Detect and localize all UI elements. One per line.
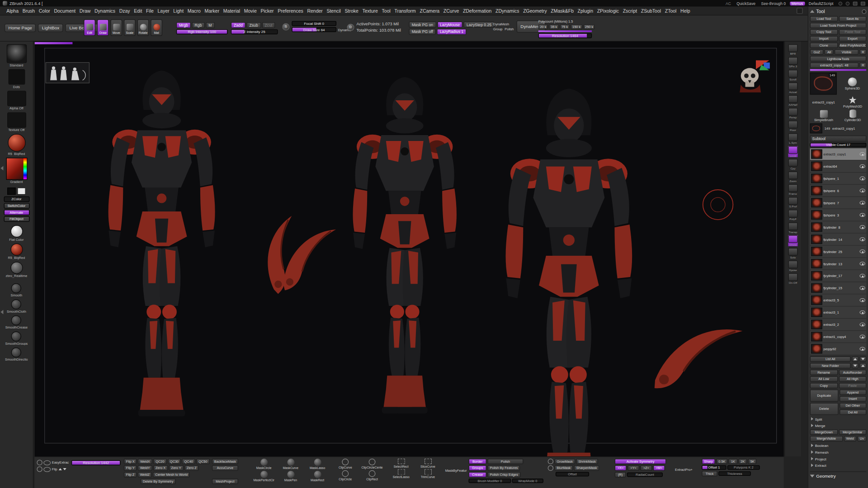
menu-item[interactable]: Zscript: [621, 8, 639, 14]
shelf-toggle[interactable]: Cpy: [788, 159, 798, 169]
border-button[interactable]: Border: [469, 459, 486, 464]
draw-button[interactable]: Draw: [97, 19, 109, 36]
menu-item[interactable]: Render: [305, 8, 325, 14]
active-tool-r-button[interactable]: R: [859, 62, 866, 68]
focal-shift-slider[interactable]: Focal Shift 0: [292, 21, 336, 26]
zsub-button[interactable]: Zsub: [246, 22, 261, 28]
viewport-canvas[interactable]: [35, 42, 784, 456]
tool-sphere3d[interactable]: Sphere3D: [839, 77, 867, 90]
flip-up-icon[interactable]: [58, 468, 61, 470]
resolution-slider[interactable]: Resolution 1464: [538, 33, 592, 38]
symmetry-button[interactable]: Zero Y: [169, 465, 184, 471]
subtool-row[interactable]: extract64: [810, 160, 867, 173]
tool-palette-header[interactable]: Tool: [810, 8, 867, 15]
copy-subtool-button[interactable]: Copy: [810, 383, 838, 388]
axis-toggle-button[interactable]: >Y<: [627, 465, 639, 471]
menu-item[interactable]: ZPixologic: [595, 8, 621, 14]
menu-item[interactable]: Stencil: [325, 8, 343, 14]
polish-button[interactable]: Polish: [487, 459, 523, 464]
mask-brush-button[interactable]: MaskPerfectCir: [251, 471, 277, 482]
resolution-preset-button[interactable]: 250 k: [583, 24, 595, 29]
subtool-visibility-eye-icon[interactable]: [859, 323, 865, 327]
menu-item[interactable]: Stroke: [343, 8, 360, 14]
menu-item[interactable]: ZSubTool: [639, 8, 663, 14]
radial-toggle-button[interactable]: (R): [615, 472, 626, 477]
mergesimilar-button[interactable]: MergeSimilar: [839, 429, 866, 435]
extractpro-label[interactable]: ExtractPro+: [675, 468, 693, 471]
zbro-realtime-material[interactable]: [10, 262, 23, 274]
subtool-row[interactable]: fjcylinder_13: [810, 258, 867, 270]
active-tool-name[interactable]: extract3_copy1. 48: [810, 62, 859, 68]
k-preset-button[interactable]: 5K: [748, 459, 757, 464]
smooth-brush-item[interactable]: Smooth: [11, 283, 23, 300]
shelf-toggle[interactable]: Actual: [788, 82, 798, 93]
menu-item[interactable]: ZMask&Fb: [549, 8, 576, 14]
make-polymesh3d-button[interactable]: Make PolyMesh3D: [839, 42, 866, 48]
subtool-row[interactable]: extract3_1: [810, 306, 867, 319]
groups-button[interactable]: Groups: [469, 465, 486, 471]
clip-brush-button[interactable]: ClipCircle: [332, 470, 358, 481]
close-button[interactable]: [861, 1, 865, 5]
export-button[interactable]: Export: [839, 36, 866, 42]
menu-item[interactable]: ZDynamics: [494, 8, 521, 14]
menu-item[interactable]: Macro: [185, 8, 203, 14]
goz-r-button[interactable]: R: [859, 49, 866, 55]
shelf-toggle[interactable]: PolyF: [788, 210, 798, 221]
material-thumbnail[interactable]: [8, 134, 25, 151]
menu-item[interactable]: ZCamera: [418, 8, 441, 14]
backfacemask-button[interactable]: BackfaceMask: [212, 459, 238, 464]
clip-brush-button[interactable]: ClipCurve: [332, 459, 358, 469]
growmask-button[interactable]: GrowMask: [555, 459, 575, 464]
symmetry-button[interactable]: Flip Y: [124, 465, 137, 471]
save-as-button[interactable]: Save As: [839, 16, 866, 22]
resolution-preset-button[interactable]: 35 k: [549, 24, 559, 29]
subtool-visibility-eye-icon[interactable]: [859, 189, 865, 193]
subtool-visibility-eye-icon[interactable]: [859, 262, 865, 266]
k-preset-button[interactable]: 1K: [729, 459, 737, 464]
subtool-visibility-eye-icon[interactable]: [859, 201, 865, 205]
subtool-row[interactable]: fjshpere_3: [810, 209, 867, 221]
r5-bigred-material[interactable]: [10, 244, 23, 256]
alpha-thumbnail[interactable]: [7, 91, 26, 106]
stroke-ellipse-icon[interactable]: [43, 460, 51, 465]
smooth-brush-item[interactable]: SmoothDirectio: [5, 347, 28, 364]
fillobject-button[interactable]: FillObject: [4, 216, 29, 222]
sharp-button[interactable]: Sharp: [702, 459, 715, 464]
mergevisible-button[interactable]: MergeVisible: [810, 436, 843, 441]
geometry-palette-header[interactable]: Geometry: [810, 471, 867, 479]
mask-brush-button[interactable]: MaskRect: [305, 471, 330, 482]
symmetry-button[interactable]: WeldX: [138, 459, 152, 464]
subtool-visibility-eye-icon[interactable]: [859, 286, 865, 290]
mrgb-button[interactable]: Mrgb: [176, 22, 191, 28]
crease-button[interactable]: Crease: [469, 472, 486, 477]
palette-menu-icon[interactable]: [862, 9, 866, 14]
flip-label[interactable]: Flip: [52, 468, 57, 471]
symmetry-button[interactable]: Zero Z: [184, 465, 199, 471]
lazyradius-slider[interactable]: LazyRadius 1: [437, 29, 467, 35]
lasso-ellipse-icon[interactable]: [43, 467, 51, 472]
menu-item[interactable]: Movie: [242, 8, 259, 14]
shelf-toggle[interactable]: L.Sym: [788, 133, 798, 144]
delete-by-symmetry-button[interactable]: Delete By Symmetry: [141, 479, 175, 484]
menu-item[interactable]: ZTool: [663, 8, 678, 14]
zadd-button[interactable]: Zadd: [231, 22, 245, 28]
menu-item[interactable]: ZCurve: [442, 8, 461, 14]
draw-size-slider[interactable]: Draw Size 64: [292, 27, 336, 32]
paste-tool-button[interactable]: Paste Tool: [839, 29, 866, 35]
primary-color-swatch[interactable]: [7, 188, 16, 195]
subtool-visibility-eye-icon[interactable]: [859, 347, 865, 351]
del-other-button[interactable]: Del Other: [839, 403, 866, 408]
select-brush-button[interactable]: TrimCurve: [415, 469, 441, 479]
select-brush-button[interactable]: SelectRect: [388, 459, 414, 468]
folder-icon-button[interactable]: [852, 363, 859, 368]
all-high-button[interactable]: All High: [839, 376, 866, 382]
smooth-brush-item[interactable]: SmoothCrease: [5, 315, 28, 332]
weld-button[interactable]: Weld: [844, 436, 856, 441]
subtool-row[interactable]: extract3_5: [810, 294, 867, 306]
offset1-slider[interactable]: Offset 1: [702, 465, 726, 470]
shelf-toggle[interactable]: Xpose: [788, 261, 798, 272]
palette-section-header[interactable]: Remesh: [810, 449, 867, 455]
copy-tool-button[interactable]: Copy Tool: [810, 29, 838, 35]
menu-item[interactable]: Texture: [360, 8, 380, 14]
axis-toggle-button[interactable]: >M<: [653, 465, 665, 471]
